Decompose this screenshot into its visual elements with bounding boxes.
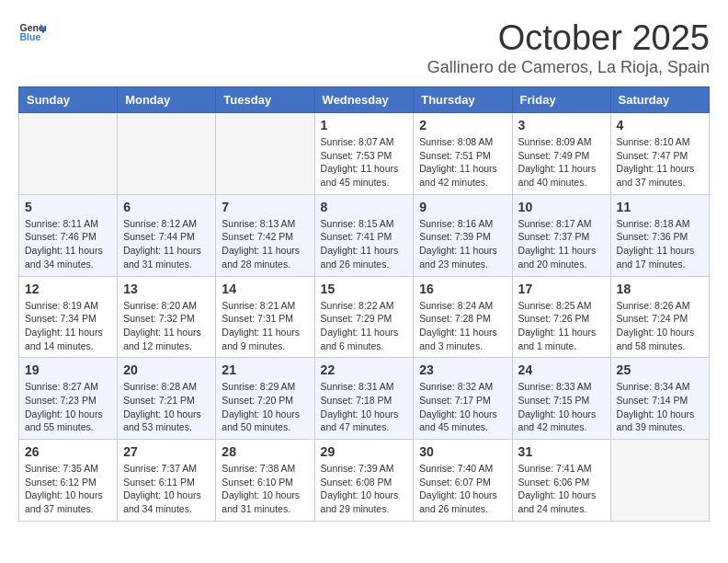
calendar-day-cell: 24Sunrise: 8:33 AM Sunset: 7:15 PM Dayli… <box>512 358 610 440</box>
calendar-day-cell: 29Sunrise: 7:39 AM Sunset: 6:08 PM Dayli… <box>314 440 414 522</box>
calendar-day-cell <box>610 440 709 522</box>
day-info: Sunrise: 8:29 AM Sunset: 7:20 PM Dayligh… <box>222 380 308 434</box>
calendar-day-cell: 23Sunrise: 8:32 AM Sunset: 7:17 PM Dayli… <box>414 358 512 440</box>
page-header: General Blue October 2025 Gallinero de C… <box>18 18 710 77</box>
day-info: Sunrise: 8:13 AM Sunset: 7:42 PM Dayligh… <box>222 217 308 271</box>
day-number: 10 <box>518 200 605 214</box>
logo: General Blue <box>18 18 46 46</box>
calendar-day-cell: 13Sunrise: 8:20 AM Sunset: 7:32 PM Dayli… <box>118 276 216 358</box>
day-info: Sunrise: 7:41 AM Sunset: 6:06 PM Dayligh… <box>518 462 605 516</box>
day-number: 5 <box>25 200 111 214</box>
day-info: Sunrise: 7:35 AM Sunset: 6:12 PM Dayligh… <box>25 462 111 516</box>
day-info: Sunrise: 8:17 AM Sunset: 7:37 PM Dayligh… <box>518 217 605 271</box>
calendar-day-cell: 31Sunrise: 7:41 AM Sunset: 6:06 PM Dayli… <box>512 440 610 522</box>
day-info: Sunrise: 8:22 AM Sunset: 7:29 PM Dayligh… <box>321 299 408 353</box>
day-number: 4 <box>617 118 703 132</box>
calendar-day-cell: 20Sunrise: 8:28 AM Sunset: 7:21 PM Dayli… <box>118 358 216 440</box>
day-info: Sunrise: 7:37 AM Sunset: 6:11 PM Dayligh… <box>123 462 210 516</box>
calendar-day-cell: 16Sunrise: 8:24 AM Sunset: 7:28 PM Dayli… <box>414 276 512 358</box>
day-info: Sunrise: 8:15 AM Sunset: 7:41 PM Dayligh… <box>321 217 408 271</box>
calendar-day-cell <box>118 113 216 195</box>
day-number: 31 <box>518 444 605 459</box>
day-info: Sunrise: 8:11 AM Sunset: 7:46 PM Dayligh… <box>25 217 111 271</box>
day-number: 19 <box>25 362 111 377</box>
day-number: 16 <box>419 282 506 296</box>
day-info: Sunrise: 8:34 AM Sunset: 7:14 PM Dayligh… <box>617 380 703 434</box>
calendar-day-cell: 12Sunrise: 8:19 AM Sunset: 7:34 PM Dayli… <box>19 276 118 358</box>
day-number: 26 <box>25 444 111 459</box>
day-number: 2 <box>419 118 506 132</box>
day-info: Sunrise: 8:18 AM Sunset: 7:36 PM Dayligh… <box>617 217 703 271</box>
day-number: 3 <box>518 118 605 132</box>
day-info: Sunrise: 8:21 AM Sunset: 7:31 PM Dayligh… <box>222 299 308 353</box>
calendar-day-cell: 2Sunrise: 8:08 AM Sunset: 7:51 PM Daylig… <box>414 113 512 195</box>
month-title: October 2025 <box>427 18 710 58</box>
day-info: Sunrise: 7:38 AM Sunset: 6:10 PM Dayligh… <box>222 462 308 516</box>
calendar-day-cell: 19Sunrise: 8:27 AM Sunset: 7:23 PM Dayli… <box>19 358 118 440</box>
calendar-table: SundayMondayTuesdayWednesdayThursdayFrid… <box>18 86 710 522</box>
day-info: Sunrise: 8:19 AM Sunset: 7:34 PM Dayligh… <box>25 299 111 353</box>
day-info: Sunrise: 8:09 AM Sunset: 7:49 PM Dayligh… <box>518 135 605 190</box>
day-number: 1 <box>321 118 408 132</box>
calendar-day-cell: 14Sunrise: 8:21 AM Sunset: 7:31 PM Dayli… <box>216 276 314 358</box>
day-info: Sunrise: 8:26 AM Sunset: 7:24 PM Dayligh… <box>617 299 703 353</box>
day-number: 14 <box>222 282 308 296</box>
day-number: 24 <box>518 362 605 377</box>
calendar-day-cell: 15Sunrise: 8:22 AM Sunset: 7:29 PM Dayli… <box>314 276 414 358</box>
calendar-day-cell: 6Sunrise: 8:12 AM Sunset: 7:44 PM Daylig… <box>118 194 216 276</box>
day-number: 23 <box>419 362 506 377</box>
day-number: 27 <box>123 444 210 459</box>
calendar-day-cell: 5Sunrise: 8:11 AM Sunset: 7:46 PM Daylig… <box>19 194 118 276</box>
day-info: Sunrise: 8:33 AM Sunset: 7:15 PM Dayligh… <box>518 380 605 434</box>
calendar-day-cell: 10Sunrise: 8:17 AM Sunset: 7:37 PM Dayli… <box>512 194 610 276</box>
day-of-week-header: Saturday <box>610 87 709 113</box>
day-number: 29 <box>321 444 408 459</box>
day-number: 6 <box>123 200 210 214</box>
calendar-day-cell: 25Sunrise: 8:34 AM Sunset: 7:14 PM Dayli… <box>610 358 709 440</box>
day-info: Sunrise: 8:25 AM Sunset: 7:26 PM Dayligh… <box>518 299 605 353</box>
day-number: 11 <box>617 200 703 214</box>
day-number: 28 <box>222 444 308 459</box>
calendar-week-row: 26Sunrise: 7:35 AM Sunset: 6:12 PM Dayli… <box>19 440 710 522</box>
calendar-day-cell: 11Sunrise: 8:18 AM Sunset: 7:36 PM Dayli… <box>610 194 709 276</box>
day-info: Sunrise: 8:20 AM Sunset: 7:32 PM Dayligh… <box>123 299 210 353</box>
day-number: 12 <box>25 282 111 296</box>
day-number: 15 <box>321 282 408 296</box>
day-info: Sunrise: 8:12 AM Sunset: 7:44 PM Dayligh… <box>123 217 210 271</box>
day-info: Sunrise: 8:28 AM Sunset: 7:21 PM Dayligh… <box>123 380 210 434</box>
calendar-week-row: 12Sunrise: 8:19 AM Sunset: 7:34 PM Dayli… <box>19 276 710 358</box>
day-info: Sunrise: 8:07 AM Sunset: 7:53 PM Dayligh… <box>321 135 408 190</box>
day-of-week-header: Thursday <box>414 87 512 113</box>
calendar-week-row: 19Sunrise: 8:27 AM Sunset: 7:23 PM Dayli… <box>19 358 710 440</box>
day-of-week-header: Sunday <box>19 87 118 113</box>
day-of-week-header: Wednesday <box>314 87 414 113</box>
day-info: Sunrise: 8:16 AM Sunset: 7:39 PM Dayligh… <box>419 217 506 271</box>
day-info: Sunrise: 8:31 AM Sunset: 7:18 PM Dayligh… <box>321 380 408 434</box>
day-of-week-header: Tuesday <box>216 87 314 113</box>
calendar-day-cell: 9Sunrise: 8:16 AM Sunset: 7:39 PM Daylig… <box>414 194 512 276</box>
day-info: Sunrise: 8:10 AM Sunset: 7:47 PM Dayligh… <box>617 135 703 190</box>
calendar-day-cell: 3Sunrise: 8:09 AM Sunset: 7:49 PM Daylig… <box>512 113 610 195</box>
calendar-day-cell: 28Sunrise: 7:38 AM Sunset: 6:10 PM Dayli… <box>216 440 314 522</box>
calendar-day-cell: 26Sunrise: 7:35 AM Sunset: 6:12 PM Dayli… <box>19 440 118 522</box>
calendar-day-cell: 17Sunrise: 8:25 AM Sunset: 7:26 PM Dayli… <box>512 276 610 358</box>
calendar-day-cell: 21Sunrise: 8:29 AM Sunset: 7:20 PM Dayli… <box>216 358 314 440</box>
day-number: 13 <box>123 282 210 296</box>
day-number: 9 <box>419 200 506 214</box>
day-info: Sunrise: 8:24 AM Sunset: 7:28 PM Dayligh… <box>419 299 506 353</box>
day-info: Sunrise: 7:39 AM Sunset: 6:08 PM Dayligh… <box>321 462 408 516</box>
calendar-day-cell: 7Sunrise: 8:13 AM Sunset: 7:42 PM Daylig… <box>216 194 314 276</box>
day-number: 20 <box>123 362 210 377</box>
day-of-week-header: Monday <box>118 87 216 113</box>
calendar-week-row: 1Sunrise: 8:07 AM Sunset: 7:53 PM Daylig… <box>19 113 710 195</box>
location-title: Gallinero de Cameros, La Rioja, Spain <box>427 58 710 77</box>
day-number: 25 <box>617 362 703 377</box>
calendar-day-cell <box>216 113 314 195</box>
day-number: 18 <box>617 282 703 296</box>
day-number: 21 <box>222 362 308 377</box>
day-info: Sunrise: 8:27 AM Sunset: 7:23 PM Dayligh… <box>25 380 111 434</box>
logo-icon: General Blue <box>18 18 46 46</box>
calendar-day-cell: 18Sunrise: 8:26 AM Sunset: 7:24 PM Dayli… <box>610 276 709 358</box>
calendar-day-cell: 4Sunrise: 8:10 AM Sunset: 7:47 PM Daylig… <box>610 113 709 195</box>
calendar-day-cell: 22Sunrise: 8:31 AM Sunset: 7:18 PM Dayli… <box>314 358 414 440</box>
